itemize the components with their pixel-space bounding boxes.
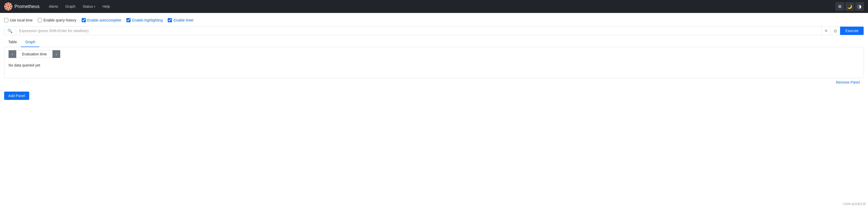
status-dropdown-caret-icon: ▾ [94,5,95,8]
main-content: Use local time Enable query history Enab… [0,13,868,88]
add-panel-row: Add Panel [0,88,868,103]
enable-highlighting-option[interactable]: Enable highlighting [126,18,163,22]
settings-button[interactable]: ⚙ [835,2,844,11]
enable-highlighting-checkbox[interactable] [126,18,130,22]
nav-help[interactable]: Help [99,2,113,10]
nav-status[interactable]: Status ▾ [80,2,98,10]
panel-content: ‹ Evaluation time › No data queried yet [4,47,864,78]
nav-alerts[interactable]: Alerts [46,2,61,10]
options-row: Use local time Enable query history Enab… [4,16,864,24]
prometheus-logo-icon [4,2,12,10]
expression-input[interactable] [16,27,822,35]
execute-button[interactable]: Execute [840,27,864,35]
expression-row: 🔍 ≡ ⊙ Execute [4,26,864,35]
search-icon: 🔍 [7,28,13,33]
moon-icon: 🌙 [847,4,852,9]
metrics-explorer-button[interactable]: ⊙ [830,27,840,35]
brand-link[interactable]: Prometheus [4,2,39,10]
eval-time-row: ‹ Evaluation time › [8,50,860,58]
use-local-time-label: Use local time [10,18,33,22]
settings-icon: ⚙ [838,4,842,9]
enable-query-history-checkbox[interactable] [38,18,42,22]
tab-table[interactable]: Table [4,37,21,47]
enable-linter-option[interactable]: Enable linter [168,18,194,22]
enable-query-history-label: Enable query history [43,18,76,22]
use-local-time-option[interactable]: Use local time [4,18,33,22]
enable-autocomplete-label: Enable autocomplete [87,18,122,22]
contrast-button[interactable]: ◑ [855,2,864,11]
remove-panel-link[interactable]: Remove Panel [836,80,860,84]
eval-time-next-button[interactable]: › [53,50,60,58]
navbar: Prometheus Alerts Graph Status ▾ Help ⚙ … [0,0,868,13]
tabs-row: Table Graph [4,37,864,47]
eval-time-prev-button[interactable]: ‹ [8,50,16,58]
format-button[interactable]: ≡ [822,27,830,35]
enable-autocomplete-option[interactable]: Enable autocomplete [82,18,122,22]
nav-graph[interactable]: Graph [62,2,79,10]
enable-linter-label: Enable linter [174,18,194,22]
enable-query-history-option[interactable]: Enable query history [38,18,76,22]
add-panel-button[interactable]: Add Panel [4,92,29,100]
eval-time-label: Evaluation time [16,50,53,58]
chevron-left-icon: ‹ [12,52,13,56]
enable-autocomplete-checkbox[interactable] [82,18,86,22]
panel-actions-bottom: Remove Panel [4,78,864,85]
format-icon: ≡ [825,28,827,33]
chevron-right-icon: › [56,52,57,56]
theme-button[interactable]: 🌙 [845,2,854,11]
tab-graph[interactable]: Graph [21,37,39,47]
use-local-time-checkbox[interactable] [4,18,8,22]
enable-linter-checkbox[interactable] [168,18,172,22]
navbar-right: ⚙ 🌙 ◑ [835,2,864,11]
contrast-icon: ◑ [858,4,862,9]
enable-highlighting-label: Enable highlighting [132,18,163,22]
search-icon-button[interactable]: 🔍 [4,27,16,35]
no-data-message: No data queried yet [8,61,860,69]
metrics-icon: ⊙ [834,28,837,33]
nav-links: Alerts Graph Status ▾ Help [46,2,835,10]
expr-right-buttons: ≡ ⊙ Execute [822,27,864,35]
brand-name: Prometheus [14,4,39,9]
